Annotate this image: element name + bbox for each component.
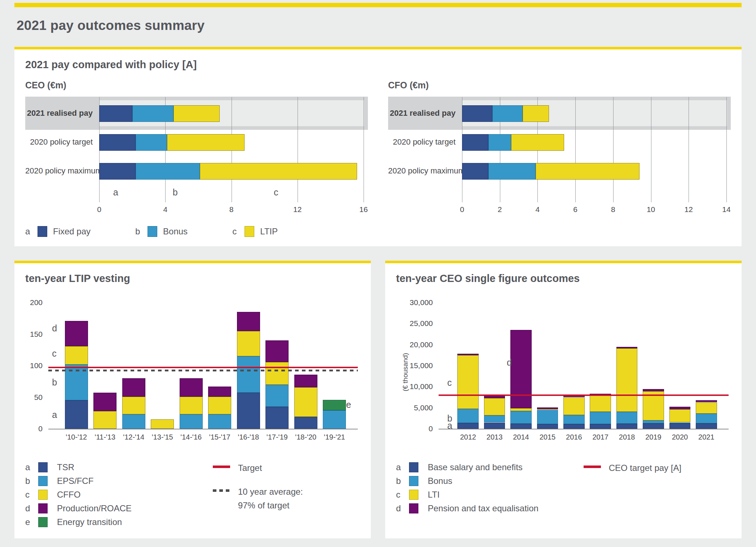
single-figure-card: ten-year CEO single figure outcomes 05,0… [385,261,742,538]
cffo-swatch [38,490,48,500]
bar-segment [294,417,317,429]
x-category-label: 2017 [592,433,608,441]
legend-label: Bonus [428,476,452,486]
x-gridline [651,97,651,202]
x-tick-label: 12 [685,205,693,214]
x-category-label: '10-'12 [66,433,87,441]
legend-label: Base salary and benefits [428,462,523,472]
legend-letter: c [232,226,241,237]
bar-segment [488,134,511,151]
bar-segment [510,330,532,408]
x-tick-label: 10 [647,205,655,214]
x-category-label: '11-'13 [95,433,115,441]
bar-segment [669,407,691,409]
bar-segment [696,400,717,402]
x-gridline [364,97,364,202]
bar-segment [265,385,289,407]
bar-segment [462,163,488,180]
segment-letter: b [52,377,57,388]
bar-segment [669,423,691,423]
y-tick-label: 25,000 [396,319,433,328]
x-category-label: '14-'16 [180,433,202,441]
x-category-label: '17-'19 [267,433,288,441]
segment-letter: c [52,348,57,359]
legend-letter: d [25,503,34,513]
bar-segment [208,397,231,414]
legend-item: bEPS/FCF [25,474,213,488]
segment-letter: a [52,410,57,420]
legend-letter: c [25,490,34,500]
bar-segment [696,414,717,423]
pension-and-tax-equalisation-swatch [409,503,418,513]
bar-segment [122,414,145,429]
single-figure-legend-lines: CEO target pay [A] [584,460,731,515]
x-category-label: '15-'17 [209,433,230,441]
bar-segment [180,414,203,429]
bar-segment [643,389,664,391]
x-axis-line [439,429,729,429]
bar-segment [492,105,523,122]
x-category-label: 2019 [645,433,662,441]
base-salary-and-benefits-swatch [409,462,418,472]
legend-item: cCFFO [25,488,213,502]
x-gridline [575,97,576,202]
y-tick-label: 30,000 [396,298,433,307]
bar-segment [457,409,479,423]
segment-letter: c [274,187,278,198]
row-label: 2020 policy target [388,137,456,147]
bar-segment [616,424,638,429]
ltip-legend-lines: Target10 year average:97% of target [213,460,360,529]
segment-letter: b [173,187,178,198]
x-tick-label: 6 [573,205,577,214]
y-tick-label: 200 [25,298,43,307]
bar-segment [457,355,479,409]
segment-letter: e [346,400,351,410]
y-tick-label: 0 [396,424,433,433]
bar-segment [237,312,260,331]
legend-label: TSR [57,462,74,472]
x-category-label: 2014 [513,433,529,441]
average-legend-entry: 10 year average:97% of target [213,485,360,512]
bar-segment [511,134,564,151]
bar-segment [536,163,639,180]
bar-segment [122,378,145,397]
ltip-swatch [245,226,254,237]
bar-segment [484,415,505,423]
segment-letter: d [52,323,57,334]
x-gridline [726,97,727,202]
legend-item: aFixed pay [25,226,91,237]
fixed-pay-swatch [38,226,47,237]
legend-item: bBonus [396,474,584,488]
bar-segment [457,354,479,355]
bar-segment [616,347,638,349]
legend-letter: a [396,462,405,472]
row-label: 2020 policy maximum [25,166,93,176]
legend-line-label-1: Target [238,461,262,475]
legend-item: dPension and tax equalisation [396,502,584,515]
bar-segment [484,396,505,398]
x-category-label: '18-'20 [295,433,316,441]
bar-segment [237,356,260,393]
bar-segment [265,340,289,362]
x-tick-label: 8 [611,205,615,214]
legend-item: eEnergy transition [25,515,213,529]
bar-segment [590,424,611,429]
bar-segment [237,331,260,356]
segment-letter: c [447,378,452,388]
x-tick-label: 4 [536,205,540,214]
target-legend-entry: CEO target pay [A] [584,461,731,475]
bar-segment [65,321,88,346]
bar-segment [294,375,317,387]
bar-segment [173,105,220,122]
legend-letter: d [396,503,405,513]
y-tick-label: 150 [25,330,43,339]
bar-segment [323,410,346,429]
bar-segment [151,419,174,429]
bar-segment [208,387,231,397]
bar-segment [208,414,231,429]
bar-segment [265,407,289,429]
x-category-label: '16-'18 [238,433,259,441]
bar-segment [590,395,611,412]
legend-label: LTIP [260,226,278,237]
x-category-label: 2018 [619,433,635,441]
